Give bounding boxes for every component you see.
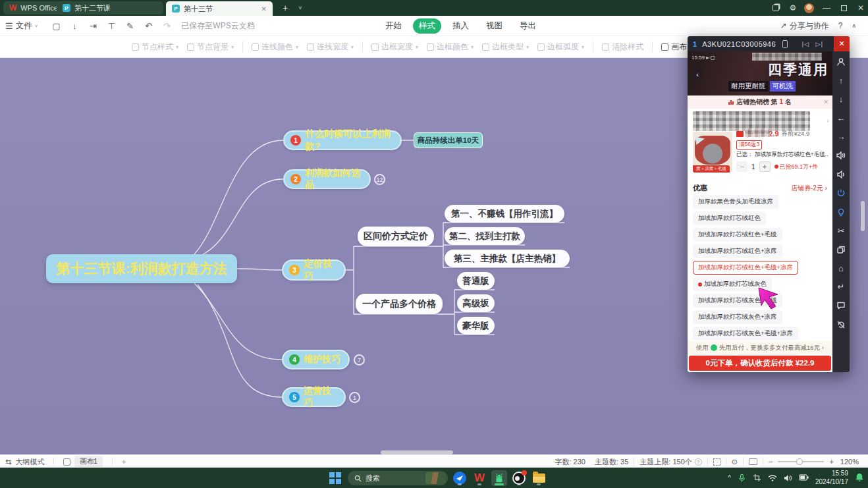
wps-home-button[interactable]: W WPS Office — [3, 1, 64, 14]
sku-option[interactable]: 加绒加厚款灯芯绒红色 — [693, 211, 766, 225]
leaf-node-version-deluxe[interactable]: 豪华版 — [457, 317, 495, 335]
clear-style-button[interactable]: 清除样式 — [602, 41, 643, 53]
menu-start[interactable]: 开始 — [379, 18, 408, 34]
phone-mirror-window[interactable]: 1 A3KU021C03005946 ∣◁ ▷∣ ✕ 15:59 ▸▫◻ 四季通… — [688, 36, 850, 372]
sku-option[interactable]: 加绒加厚款灯芯绒灰色+凉席 — [693, 310, 782, 324]
zoom-in-button[interactable]: + — [829, 458, 833, 466]
doc-tab-2-active[interactable]: P 第十三节 ✕ — [166, 1, 273, 16]
volume-icon[interactable] — [784, 474, 792, 482]
rotation-lock-icon[interactable] — [836, 319, 846, 329]
pay-later-banner[interactable]: 使用 先用后付，更换多多支付最高减16元 › — [688, 341, 832, 354]
edit-pen-icon[interactable]: ✎ — [122, 21, 138, 31]
menu-style-active[interactable]: 样式 — [413, 18, 441, 34]
back-button[interactable]: ‹ — [692, 68, 703, 80]
sub-node-multi-price[interactable]: 一个产品多个价格 — [356, 294, 443, 314]
volume-down-icon[interactable] — [836, 169, 846, 179]
account-avatar[interactable] — [800, 0, 817, 16]
border-color-button[interactable]: 边框颜色▾ — [427, 41, 474, 53]
phone-window-titlebar[interactable]: 1 A3KU021C03005946 ∣◁ ▷∣ ✕ — [688, 36, 850, 51]
canvas-tab[interactable]: 画布1 — [74, 456, 103, 467]
leaf-node-pricing-3[interactable]: 第三、主推款【店主热销】 — [445, 250, 570, 267]
volume-up-icon[interactable] — [836, 151, 846, 161]
save-icon[interactable]: ↓ — [67, 21, 82, 31]
add-canvas-button[interactable]: + — [122, 458, 126, 466]
child-node-order-days[interactable]: 商品持续出单10天 — [414, 132, 483, 148]
multi-window-icon[interactable] — [836, 244, 846, 254]
settings-gear-icon[interactable]: ⚙ — [784, 0, 801, 16]
leaf-node-pricing-1[interactable]: 第一、不赚钱【用作引流】 — [445, 205, 564, 223]
screen-light-icon[interactable] — [836, 207, 846, 217]
root-node[interactable]: 第十三节课:利润款打造方法 — [46, 254, 237, 283]
branch-node-1[interactable]: 1 什么时候可以上利润款? — [283, 130, 402, 150]
taskbar-search[interactable]: 搜索 — [348, 471, 448, 485]
home-icon[interactable]: ⌂ — [836, 263, 846, 273]
outline-mode-button[interactable]: 大纲模式 — [15, 457, 44, 467]
menu-insert[interactable]: 插入 — [447, 18, 475, 34]
border-width-button[interactable]: 边框宽度▾ — [371, 41, 418, 53]
swipe-down-icon[interactable]: ↓ — [836, 94, 846, 104]
branch-node-2[interactable]: 2 利润款如何选品 — [283, 169, 371, 189]
collapsed-count-badge[interactable]: 1 — [349, 392, 360, 403]
back-return-icon[interactable]: ↵ — [836, 282, 846, 292]
rank-close-icon[interactable]: ✕ — [823, 99, 828, 105]
leaf-node-version-advanced[interactable]: 高级坂 — [457, 294, 495, 312]
qty-minus-button[interactable]: − — [736, 161, 747, 172]
canvas-package-icon[interactable] — [63, 458, 70, 466]
menu-view[interactable]: 视图 — [480, 18, 508, 34]
taskbar-app-obs[interactable] — [511, 470, 527, 486]
branch-node-5[interactable]: 5 运营技巧 — [282, 387, 346, 407]
close-phone-window-button[interactable]: ✕ — [834, 36, 850, 51]
new-window-icon[interactable]: ▢ — [48, 21, 64, 31]
wifi-icon[interactable] — [768, 474, 777, 482]
screenshot-scissors-icon[interactable]: ✂ — [836, 226, 846, 236]
next-device-icon[interactable]: ▷∣ — [816, 41, 823, 47]
leaf-node-pricing-2[interactable]: 第二、找到主打款 — [445, 227, 525, 245]
shop-coupon-link[interactable]: 店铺券-2元 › — [791, 184, 827, 193]
buy-button[interactable]: 0元下单，确认收货后付款 ¥22.9 — [689, 356, 831, 371]
taskbar-app-wps[interactable]: W — [472, 470, 487, 486]
zoom-out-button[interactable]: − — [769, 458, 773, 466]
doc-tab-1[interactable]: P 第十二节课 — [57, 1, 163, 14]
microphone-icon[interactable] — [738, 474, 746, 483]
border-radius-button[interactable]: 边框弧度▾ — [537, 41, 584, 53]
sku-option[interactable]: 加绒加厚款灯芯绒灰色+毛毯+凉席 — [693, 327, 798, 340]
avatar-group-icon[interactable] — [836, 57, 846, 67]
swipe-up-icon[interactable]: ↑ — [836, 76, 846, 86]
title-chevron-icon[interactable]: › — [827, 117, 829, 124]
collapsed-count-badge[interactable]: 7 — [354, 354, 365, 366]
zoom-slider-knob[interactable] — [796, 458, 803, 465]
vertical-scrollbar[interactable] — [861, 201, 865, 231]
sku-option[interactable]: 加绒加厚款灯芯绒红色+毛毯 — [693, 228, 782, 242]
snip-tool-icon[interactable] — [753, 474, 761, 482]
tab-list-chevron-icon[interactable]: ˅ — [292, 0, 309, 16]
close-window-button[interactable]: ✕ — [852, 0, 868, 16]
swipe-left-icon[interactable]: ← — [836, 113, 846, 123]
taskbar-app-blue[interactable] — [452, 470, 468, 486]
search-highlight-image[interactable] — [425, 472, 445, 484]
sku-option[interactable]: 加绒加厚款灯芯绒红色+凉席 — [693, 244, 782, 258]
sku-option[interactable]: 加厚款黑色骨头加毛毯凉席 — [693, 195, 778, 209]
message-icon[interactable] — [836, 301, 846, 311]
close-tab-icon[interactable]: ✕ — [261, 5, 267, 13]
format-painter-icon[interactable]: ⊤ — [103, 21, 119, 31]
help-icon[interactable]: ? — [838, 21, 843, 30]
node-style-button[interactable]: 节点样式▾ — [132, 41, 178, 53]
help-circle-icon[interactable]: ? — [695, 458, 702, 466]
branch-node-3[interactable]: 3 定价技巧 — [282, 259, 346, 281]
taskbar-app-android-mirror-active[interactable] — [491, 470, 507, 486]
window-switch-icon[interactable] — [767, 0, 784, 16]
swipe-right-icon[interactable]: → — [836, 132, 846, 142]
branch-node-4[interactable]: 4 维护技巧 — [282, 350, 350, 369]
border-type-button[interactable]: 边框类型▾ — [482, 41, 529, 53]
tray-expand-icon[interactable]: ^ — [728, 474, 731, 481]
menu-export[interactable]: 导出 — [514, 18, 542, 34]
minimize-button[interactable]: — — [818, 0, 835, 16]
battery-icon[interactable] — [799, 474, 809, 481]
minimap-icon[interactable] — [749, 458, 757, 465]
sub-node-range-pricing[interactable]: 区间价方式定价 — [358, 227, 434, 246]
sku-option-selected[interactable]: 加绒加厚款灯芯绒红色+毛毯+凉席 — [693, 261, 798, 275]
node-background-button[interactable]: 节点背景▾ — [187, 41, 234, 53]
maximize-button[interactable] — [835, 0, 852, 16]
select-tool-icon[interactable] — [713, 458, 720, 466]
locate-center-icon[interactable]: ⊙ — [732, 458, 738, 466]
